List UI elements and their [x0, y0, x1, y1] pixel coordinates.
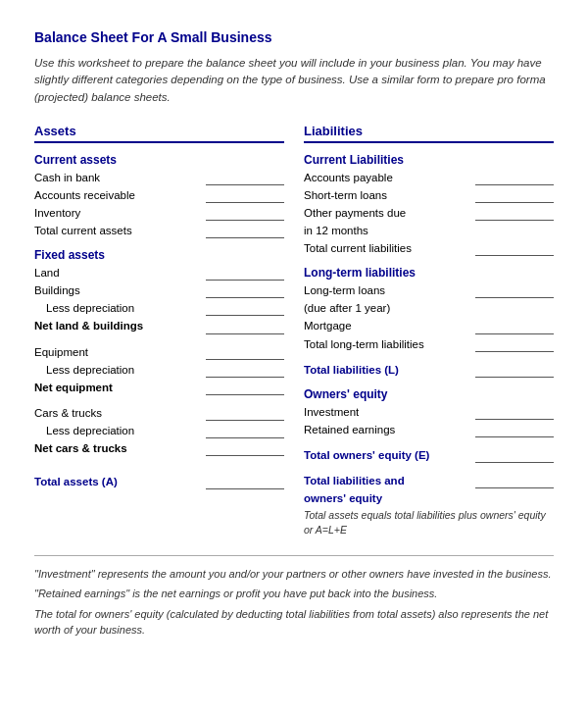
- input-line[interactable]: [206, 269, 284, 281]
- table-row: Equipment: [34, 344, 284, 360]
- input-line[interactable]: [206, 384, 284, 395]
- total-liabilities-equity-block: Total liabilities and owners' equity Tot…: [304, 473, 554, 537]
- footnote-1: "Investment" represents the amount you a…: [34, 566, 554, 583]
- input-line[interactable]: [206, 304, 284, 316]
- table-row: Investment: [304, 404, 554, 420]
- input-line[interactable]: [206, 286, 284, 298]
- table-row: Net cars & trucks: [34, 440, 284, 456]
- input-line[interactable]: [475, 408, 554, 420]
- table-row: Cash in bank: [34, 170, 284, 185]
- table-row: Total long-term liabilities: [304, 336, 554, 352]
- table-row: Short-term loans: [304, 187, 554, 203]
- table-row: Net equipment: [34, 380, 284, 395]
- input-line[interactable]: [475, 366, 554, 378]
- table-row: owners' equity: [304, 490, 554, 506]
- input-line[interactable]: [475, 191, 554, 203]
- total-liab-equity-row: Total liabilities and: [304, 473, 554, 488]
- table-row: Buildings: [34, 282, 284, 298]
- input-line[interactable]: [475, 340, 554, 352]
- table-row: Other payments due: [304, 205, 554, 221]
- table-row: Total current liabilities: [304, 240, 554, 256]
- input-line[interactable]: [475, 451, 554, 463]
- assets-column: Assets Current assets Cash in bank Accou…: [34, 124, 284, 537]
- input-line[interactable]: [206, 191, 284, 203]
- table-row: Long-term loans: [304, 282, 554, 298]
- input-line[interactable]: [206, 348, 284, 360]
- table-row: (due after 1 year): [304, 300, 554, 316]
- current-liabilities-header: Current Liabilities: [304, 153, 554, 167]
- table-row: Net land & buildings: [34, 318, 284, 333]
- table-row: Retained earnings: [304, 422, 554, 437]
- footnotes-section: "Investment" represents the amount you a…: [34, 555, 554, 639]
- table-row: in 12 months: [304, 223, 554, 238]
- table-row: Cars & trucks: [34, 405, 284, 421]
- input-line[interactable]: [475, 174, 554, 185]
- table-row: Land: [34, 265, 284, 281]
- fixed-assets-header: Fixed assets: [34, 248, 284, 262]
- table-row: Inventory: [34, 205, 284, 221]
- total-equity-row: Total owners' equity (E): [304, 447, 554, 463]
- input-line[interactable]: [206, 444, 284, 456]
- input-line[interactable]: [475, 477, 554, 488]
- page-title: Balance Sheet For A Small Business: [34, 29, 554, 45]
- input-line[interactable]: [475, 244, 554, 256]
- table-row: Accounts receivable: [34, 187, 284, 203]
- input-line[interactable]: [206, 478, 284, 489]
- owners-equity-header: Owners' equity: [304, 387, 554, 401]
- table-row: Less depreciation: [34, 423, 284, 438]
- assets-header: Assets: [34, 124, 284, 143]
- intro-text: Use this worksheet to prepare the balanc…: [34, 55, 554, 106]
- input-line[interactable]: [206, 427, 284, 438]
- table-row: Less depreciation: [34, 362, 284, 378]
- footnote-3: The total for owners' equity (calculated…: [34, 606, 554, 639]
- input-line[interactable]: [475, 426, 554, 437]
- input-line[interactable]: [206, 227, 284, 238]
- total-liabilities-row: Total liabilities (L): [304, 362, 554, 378]
- long-term-liabilities-header: Long-term liabilities: [304, 266, 554, 280]
- table-row: Total current assets: [34, 223, 284, 238]
- input-line[interactable]: [206, 174, 284, 185]
- liabilities-header: Liabilities: [304, 124, 554, 143]
- table-row: Less depreciation: [34, 300, 284, 316]
- input-line[interactable]: [206, 209, 284, 221]
- input-line[interactable]: [475, 286, 554, 298]
- total-sub-text: Total assets equals total liabilities pl…: [304, 508, 554, 537]
- table-row: Mortgage: [304, 318, 554, 333]
- current-assets-header: Current assets: [34, 153, 284, 167]
- input-line[interactable]: [206, 366, 284, 378]
- liabilities-column: Liabilities Current Liabilities Accounts…: [304, 124, 554, 537]
- footnote-2: "Retained earnings" is the net earnings …: [34, 586, 554, 602]
- total-assets-row: Total assets (A): [34, 474, 284, 489]
- input-line[interactable]: [475, 323, 554, 334]
- input-line[interactable]: [206, 409, 284, 421]
- input-line[interactable]: [206, 323, 284, 334]
- table-row: Accounts payable: [304, 170, 554, 185]
- input-line[interactable]: [475, 209, 554, 221]
